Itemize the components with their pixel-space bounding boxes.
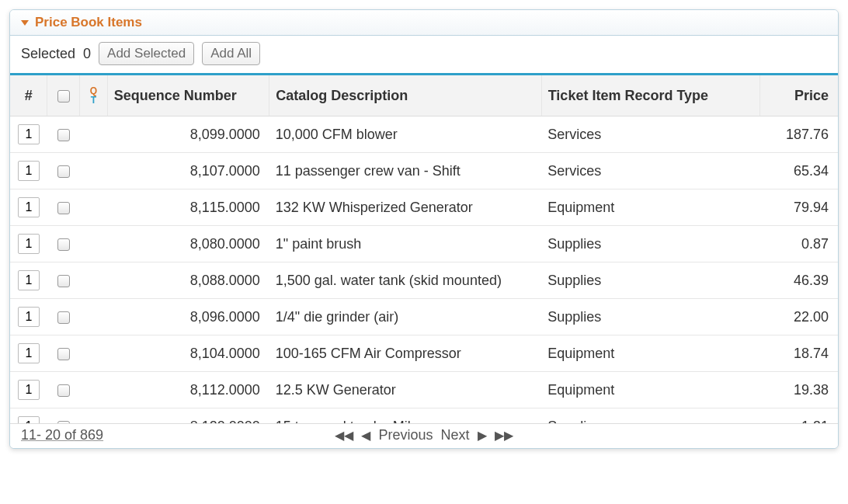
row-price: 187.76 (760, 116, 838, 153)
row-record-type: Equipment (541, 335, 760, 372)
qty-input[interactable] (18, 307, 40, 327)
row-checkbox[interactable] (57, 275, 70, 287)
row-price: 19.38 (760, 372, 838, 408)
table-row: 8,120.000015 ton road truck - MileageSup… (10, 408, 838, 424)
row-qt-cell (80, 262, 107, 299)
header-description[interactable]: Catalog Description (269, 75, 541, 116)
selected-label: Selected (21, 46, 75, 62)
panel-title: Price Book Items (35, 15, 142, 30)
price-book-table: # Q T Sequence Number Catalog Descriptio… (10, 75, 838, 423)
row-checkbox[interactable] (57, 384, 70, 397)
row-record-type: Supplies (541, 262, 760, 299)
table-row: 8,099.000010,000 CFM blowerServices187.7… (10, 116, 838, 153)
selected-count: 0 (83, 46, 91, 62)
table-row: 8,096.00001/4" die grinder (air)Supplies… (10, 299, 838, 335)
header-qt[interactable]: Q T (80, 75, 107, 116)
row-sequence: 8,088.0000 (107, 262, 269, 299)
row-price: 22.00 (760, 299, 838, 335)
table-scroll[interactable]: # Q T Sequence Number Catalog Descriptio… (10, 75, 838, 423)
row-record-type: Services (541, 116, 760, 153)
row-record-type: Supplies (541, 226, 760, 262)
table-row: 8,107.000011 passenger crew van - ShiftS… (10, 153, 838, 189)
row-description: 1,500 gal. water tank (skid mounted) (269, 262, 541, 299)
row-record-type: Supplies (541, 408, 760, 424)
select-all-checkbox[interactable] (57, 90, 70, 103)
row-price: 18.74 (760, 335, 838, 372)
row-price: 46.39 (760, 262, 838, 299)
row-description: 11 passenger crew van - Shift (269, 153, 541, 189)
row-description: 132 KW Whisperized Generator (269, 189, 541, 226)
add-all-button[interactable]: Add All (202, 42, 260, 65)
row-sequence: 8,112.0000 (107, 372, 269, 408)
row-checkbox[interactable] (57, 202, 70, 214)
row-qt-cell (80, 299, 107, 335)
qty-input[interactable] (18, 270, 40, 290)
header-qty[interactable]: # (10, 75, 47, 116)
qty-input[interactable] (18, 161, 40, 181)
grid: # Q T Sequence Number Catalog Descriptio… (10, 75, 838, 448)
row-checkbox[interactable] (57, 165, 70, 178)
qt-bottom: T (86, 96, 100, 105)
qty-input[interactable] (18, 124, 40, 144)
row-sequence: 8,096.0000 (107, 299, 269, 335)
table-row: 8,112.000012.5 KW GeneratorEquipment19.3… (10, 372, 838, 408)
row-description: 15 ton road truck - Mileage (269, 408, 541, 424)
row-qt-cell (80, 189, 107, 226)
last-page-icon[interactable]: ▶▶ (495, 428, 513, 443)
qty-input[interactable] (18, 380, 40, 400)
row-checkbox[interactable] (57, 311, 70, 324)
header-price[interactable]: Price (760, 75, 838, 116)
row-sequence: 8,080.0000 (107, 226, 269, 262)
page-range[interactable]: 11- 20 of 869 (21, 427, 103, 443)
panel-header: Price Book Items (10, 10, 838, 36)
qty-input[interactable] (18, 234, 40, 254)
qty-input[interactable] (18, 197, 40, 217)
header-sequence[interactable]: Sequence Number (107, 75, 269, 116)
row-qt-cell (80, 408, 107, 424)
pager: 11- 20 of 869 ◀◀ ◀ Previous Next ▶ ▶▶ (10, 423, 838, 448)
row-price: 79.94 (760, 189, 838, 226)
table-row: 8,088.00001,500 gal. water tank (skid mo… (10, 262, 838, 299)
row-price: 1.31 (760, 408, 838, 424)
row-description: 1/4" die grinder (air) (269, 299, 541, 335)
row-description: 1" paint brush (269, 226, 541, 262)
row-sequence: 8,099.0000 (107, 116, 269, 153)
next-button[interactable]: Next (441, 427, 470, 443)
header-row: # Q T Sequence Number Catalog Descriptio… (10, 75, 838, 116)
row-price: 0.87 (760, 226, 838, 262)
row-record-type: Equipment (541, 189, 760, 226)
pager-nav: ◀◀ ◀ Previous Next ▶ ▶▶ (335, 427, 513, 443)
header-select-all[interactable] (47, 75, 80, 116)
row-sequence: 8,115.0000 (107, 189, 269, 226)
table-row: 8,115.0000132 KW Whisperized GeneratorEq… (10, 189, 838, 226)
row-record-type: Services (541, 153, 760, 189)
row-qt-cell (80, 335, 107, 372)
row-checkbox[interactable] (57, 238, 70, 251)
row-price: 65.34 (760, 153, 838, 189)
table-row: 8,104.0000100-165 CFM Air CompressorEqui… (10, 335, 838, 372)
previous-button[interactable]: Previous (378, 427, 433, 443)
next-page-icon[interactable]: ▶ (478, 428, 487, 443)
first-page-icon[interactable]: ◀◀ (335, 428, 353, 443)
row-sequence: 8,107.0000 (107, 153, 269, 189)
row-description: 100-165 CFM Air Compressor (269, 335, 541, 372)
row-qt-cell (80, 372, 107, 408)
qty-input[interactable] (18, 416, 40, 423)
row-qt-cell (80, 116, 107, 153)
add-selected-button[interactable]: Add Selected (99, 42, 194, 65)
prev-page-icon[interactable]: ◀ (361, 428, 370, 443)
price-book-panel: Price Book Items Selected 0 Add Selected… (9, 9, 839, 449)
disclosure-triangle-icon[interactable] (21, 20, 29, 26)
row-description: 12.5 KW Generator (269, 372, 541, 408)
row-record-type: Supplies (541, 299, 760, 335)
header-record-type[interactable]: Ticket Item Record Type (541, 75, 760, 116)
row-checkbox[interactable] (57, 129, 70, 141)
qty-input[interactable] (18, 343, 40, 363)
row-record-type: Equipment (541, 372, 760, 408)
table-row: 8,080.00001" paint brushSupplies0.87 (10, 226, 838, 262)
row-qt-cell (80, 226, 107, 262)
row-sequence: 8,120.0000 (107, 408, 269, 424)
toolbar: Selected 0 Add Selected Add All (10, 36, 838, 75)
row-checkbox[interactable] (57, 348, 70, 360)
row-description: 10,000 CFM blower (269, 116, 541, 153)
